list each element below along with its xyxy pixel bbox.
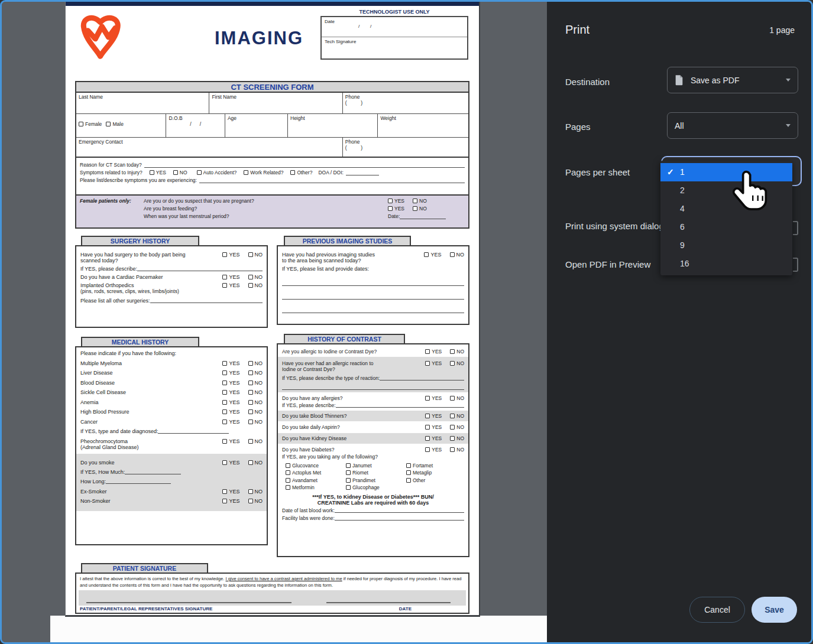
phone-field: Phone( ) [343,93,468,113]
medication-checkbox: Glucophage [346,484,404,490]
check-icon: ✓ [667,163,675,181]
no-checkbox: NO [248,399,263,405]
right-column: PREVIOUS IMAGING STUDIES Have you had pr… [277,236,469,557]
no-checkbox: NO [248,360,263,366]
hand-pointer-cursor [732,168,770,215]
yes-checkbox: YES [425,447,442,453]
write-in-line [282,308,464,313]
medical-item-row: Sickle Cell DiseaseYESNO [80,389,263,395]
medication-checkbox: Avandamet [286,477,344,483]
ex-smoker-yn: YESNO [222,489,263,495]
yes-checkbox: YES [425,360,442,366]
yes-checkbox: YES [222,380,239,386]
previous-imaging-yn: YESNO [424,252,464,258]
medication-checkbox: Fortamet [406,463,464,469]
aspirin-yn: YESNO [425,424,464,430]
medication-checkbox: Other [406,477,464,483]
weight-field: Weight [378,114,468,137]
emergency-contact-field: Emergency Contact [76,138,343,157]
menstrual-question: When was your last menstrual period? [144,213,388,219]
yes-checkbox: YES [222,370,239,376]
no-checkbox: NO [248,282,263,288]
surgery-yn: YESNO [222,252,263,258]
yes-checkbox: YES [425,424,442,430]
page-background-strip [50,616,547,642]
medication-checkbox: Metaglip [406,470,464,476]
no-checkbox: NO [450,349,464,354]
medications-grid: GlucovanceActoplus MetAvandametMetformin… [286,461,464,492]
yes-checkbox: YES [222,460,239,466]
diabetes-yn: YESNO [425,447,464,453]
page-count: 1 page [769,25,795,35]
yes-checkbox: YES [222,252,239,258]
page-top-border [66,2,479,6]
medical-history-header: MEDICAL HISTORY [81,337,199,347]
save-button[interactable]: Save [752,597,797,623]
no-checkbox: NO [248,370,263,376]
medication-checkbox: Metformin [286,484,344,490]
pages-per-sheet-option-6[interactable]: 6 [660,218,792,236]
pages-per-sheet-option-16[interactable]: 16 [660,255,792,273]
pages-per-sheet-option-4[interactable]: 4 [660,200,792,218]
open-pdf-preview-label[interactable]: Open PDF in Preview [565,259,650,269]
system-dialog-label[interactable]: Print using system dialog… [565,221,673,231]
pages-select[interactable]: All [667,112,798,139]
female-only-label: Female patients only: [80,198,144,204]
medical-item-row: High Blood PressureYESNO [80,409,263,415]
no-checkbox: NO [450,252,465,258]
medication-checkbox: Riomet [346,470,404,476]
yes-checkbox: YES [222,360,239,366]
pheochromocytoma-yn: YESNO [222,438,263,444]
medical-item-row: Liver DiseaseYESNO [80,370,263,376]
write-in-line [282,385,464,390]
medical-item-row: AnemiaYESNO [80,399,263,405]
destination-value: Save as PDF [691,76,739,85]
male-checkbox: Male [106,121,123,127]
yes-checkbox: YES [222,419,239,425]
attestation-text: I attest that the above information is c… [80,576,465,588]
pages-per-sheet-option-1[interactable]: ✓1 [660,163,792,181]
yes-checkbox: YES [222,489,239,495]
yes-checkbox: YES [222,389,239,395]
date-label: DATE [399,606,412,612]
sex-field: Female Male [76,114,166,137]
no-checkbox: NO [248,460,263,466]
no-checkbox: NO [248,409,263,415]
panel-title: Print [565,23,589,37]
previous-imaging-section: Have you had previous imaging studies to… [277,245,469,325]
signature-label: PATIENT/PARENT/LEGAL REPRESENTATIVES SIG… [80,606,212,612]
last-name-field: Last Name [76,93,209,113]
no-checkbox: NO [450,435,464,441]
medical-item-row: Blood DiseaseYESNO [80,380,263,386]
open-in-new-icon [793,258,798,272]
destination-select[interactable]: Save as PDF [667,67,798,93]
yes-checkbox: YES [425,395,442,401]
pregnant-yn: YESNO [388,198,465,204]
tech-signature-row: Tech Signature [322,37,467,58]
no-checkbox: NO [450,413,464,419]
smoke-yn: YESNO [222,460,263,466]
breastfeeding-yn: YESNO [388,206,465,212]
surgery-history-header: SURGERY HISTORY [81,236,199,246]
pages-per-sheet-option-9[interactable]: 9 [660,236,792,255]
pages-per-sheet-option-2[interactable]: 2 [660,181,792,200]
medical-history-section: Please indicate if you have the followin… [75,346,268,545]
yes-checkbox: YES [425,435,442,441]
redacted-brand-name [126,22,215,57]
tech-date-row: Date / / [322,17,467,37]
brand-title: IMAGING [215,28,303,49]
auto-accident-checkbox: Auto Accident? [197,170,237,175]
kidney-disease-yn: YESNO [425,435,464,441]
blood-thinners-yn: YESNO [425,413,464,419]
emergency-phone-field: Phone( ) [343,138,468,157]
previous-imaging-header: PREVIOUS IMAGING STUDIES [284,236,411,246]
meds-intro: If YES, are you taking any of the follow… [282,454,464,460]
ct-screening-table: CT SCREENING FORM Last Name First Name P… [75,81,469,158]
cancel-button[interactable]: Cancel [689,597,745,623]
orthopedics-yn: YESNO [222,282,263,288]
menstrual-date: Date: [388,213,465,219]
injury-yes-checkbox: YES [150,170,166,175]
yes-checkbox: YES [222,282,239,288]
patient-signature-header: PATIENT SIGNATURE [81,563,208,574]
caret-down-icon [786,124,791,127]
